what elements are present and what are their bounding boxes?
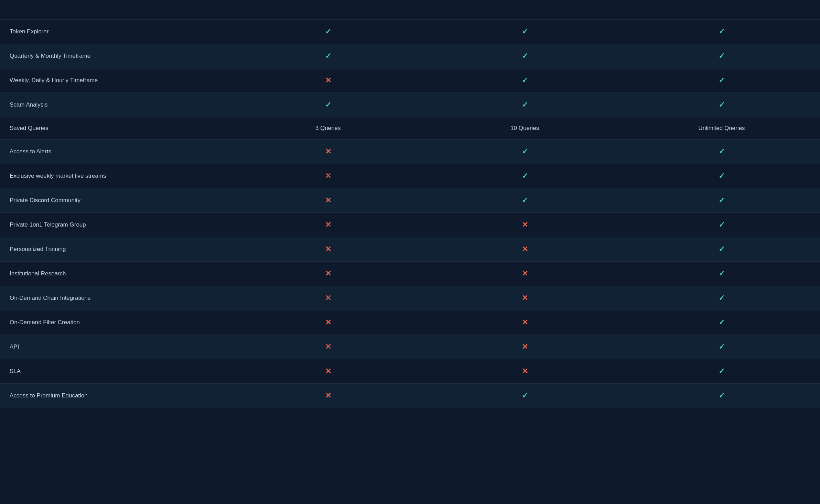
free-cell: ✕ [230,213,427,237]
cross-icon: ✕ [325,342,331,351]
check-icon: ✓ [719,391,725,400]
free-cell: ✓ [230,20,427,44]
pro-cell: ✕ [427,237,623,262]
table-row: Scam Analysis✓✓✓ [0,93,820,117]
pro-cell: ✕ [427,359,623,384]
feature-cell: Quarterly & Monthly Timeframe [0,44,230,68]
check-icon: ✓ [719,147,725,156]
pro-cell: ✕ [427,286,623,310]
check-icon: ✓ [522,172,528,180]
check-icon: ✓ [325,52,331,60]
table-row: Institutional Research✕✕✓ [0,262,820,286]
free-cell: ✕ [230,286,427,310]
cross-icon: ✕ [522,294,528,302]
feature-cell: On-Demand Filter Creation [0,310,230,335]
pro-cell: ✕ [427,262,623,286]
enterprise-cell: Unlimited Queries [623,117,820,140]
table-row: Saved Queries3 Queries10 QueriesUnlimite… [0,117,820,140]
check-icon: ✓ [522,147,528,156]
enterprise-cell: ✓ [623,140,820,164]
feature-cell: Private Discord Community [0,188,230,213]
check-icon: ✓ [719,27,725,36]
cross-icon: ✕ [325,269,331,278]
enterprise-cell: ✓ [623,286,820,310]
pro-cell: 10 Queries [427,117,623,140]
free-cell: ✓ [230,44,427,68]
check-icon: ✓ [522,100,528,109]
free-cell: ✕ [230,188,427,213]
pro-cell: ✕ [427,335,623,359]
table-row: Quarterly & Monthly Timeframe✓✓✓ [0,44,820,68]
free-cell: ✕ [230,140,427,164]
free-cell: ✓ [230,93,427,117]
cross-icon: ✕ [522,245,528,253]
enterprise-cell: ✓ [623,68,820,93]
enterprise-cell: ✓ [623,335,820,359]
table-row: On-Demand Chain Integrations✕✕✓ [0,286,820,310]
feature-cell: Institutional Research [0,262,230,286]
cross-icon: ✕ [325,391,331,400]
enterprise-cell: ✓ [623,237,820,262]
table-row: API✕✕✓ [0,335,820,359]
pro-cell: ✓ [427,20,623,44]
cross-icon: ✕ [325,172,331,180]
table-row: Weekly, Daily & Hourly Timeframe✕✓✓ [0,68,820,93]
feature-cell: Scam Analysis [0,93,230,117]
free-cell: ✕ [230,359,427,384]
check-icon: ✓ [719,245,725,253]
header-free-col [230,0,427,20]
check-icon: ✓ [325,100,331,109]
pro-cell: ✓ [427,68,623,93]
cross-icon: ✕ [522,367,528,375]
enterprise-cell: ✓ [623,310,820,335]
free-cell: ✕ [230,237,427,262]
free-cell: ✕ [230,164,427,188]
cross-icon: ✕ [325,220,331,229]
pro-cell: ✓ [427,140,623,164]
feature-cell: On-Demand Chain Integrations [0,286,230,310]
enterprise-cell: ✓ [623,164,820,188]
check-icon: ✓ [719,342,725,351]
pro-cell: ✕ [427,213,623,237]
free-cell: ✕ [230,384,427,408]
feature-cell: API [0,335,230,359]
pro-cell: ✓ [427,164,623,188]
cross-icon: ✕ [325,367,331,375]
check-icon: ✓ [325,27,331,36]
check-icon: ✓ [719,269,725,278]
text-value: 10 Queries [510,125,539,131]
feature-cell: Access to Alerts [0,140,230,164]
table-row: Access to Premium Education✕✓✓ [0,384,820,408]
check-icon: ✓ [719,220,725,229]
feature-cell: Token Explorer [0,20,230,44]
free-cell: ✕ [230,262,427,286]
enterprise-cell: ✓ [623,20,820,44]
table-row: Private Discord Community✕✓✓ [0,188,820,213]
pro-cell: ✓ [427,384,623,408]
feature-cell: Saved Queries [0,117,230,140]
check-icon: ✓ [719,100,725,109]
table-row: On-Demand Filter Creation✕✕✓ [0,310,820,335]
table-row: Private 1on1 Telegram Group✕✕✓ [0,213,820,237]
check-icon: ✓ [522,52,528,60]
enterprise-cell: ✓ [623,188,820,213]
table-row: Access to Alerts✕✓✓ [0,140,820,164]
feature-cell: SLA [0,359,230,384]
enterprise-cell: ✓ [623,262,820,286]
free-cell: 3 Queries [230,117,427,140]
header-pro-col [427,0,623,20]
check-icon: ✓ [719,367,725,375]
text-value: 3 Queries [315,125,341,131]
cross-icon: ✕ [522,269,528,278]
table-row: SLA✕✕✓ [0,359,820,384]
feature-cell: Private 1on1 Telegram Group [0,213,230,237]
pro-cell: ✓ [427,93,623,117]
text-value: Unlimited Queries [698,125,745,131]
cross-icon: ✕ [522,342,528,351]
cross-icon: ✕ [522,318,528,327]
check-icon: ✓ [522,391,528,400]
header-enterprise-col [623,0,820,20]
pro-cell: ✓ [427,188,623,213]
free-cell: ✕ [230,68,427,93]
check-icon: ✓ [522,76,528,85]
